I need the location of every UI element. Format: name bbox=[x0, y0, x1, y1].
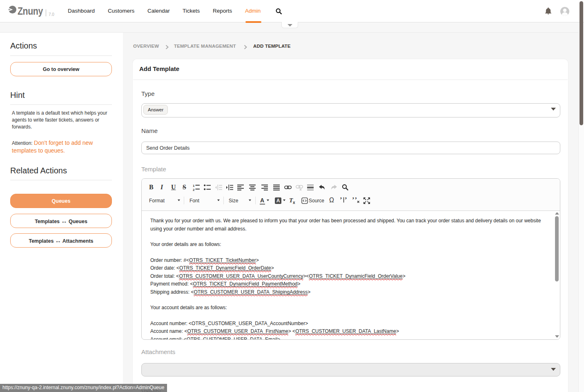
svg-text:2: 2 bbox=[193, 188, 195, 191]
svg-text:’: ’ bbox=[355, 197, 357, 204]
svg-text:1: 1 bbox=[193, 184, 195, 188]
svg-text:’: ’ bbox=[352, 197, 354, 204]
svg-text:’: ’ bbox=[345, 197, 347, 204]
svg-text:’: ’ bbox=[340, 197, 342, 204]
